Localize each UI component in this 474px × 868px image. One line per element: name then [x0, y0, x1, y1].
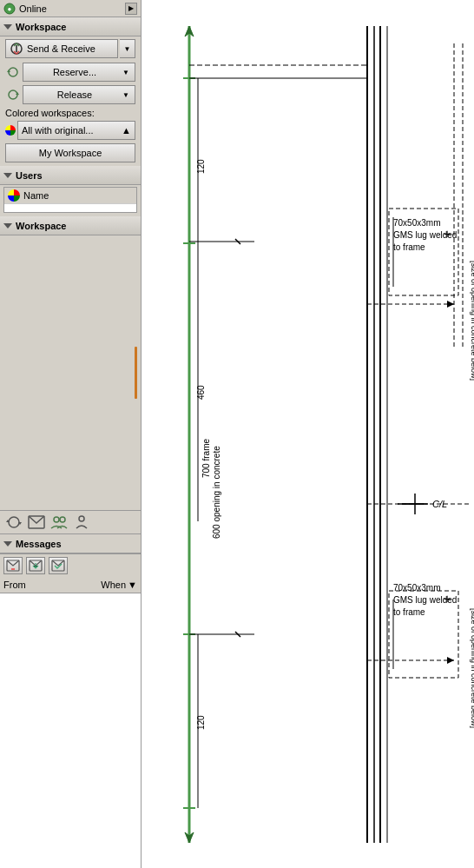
release-dropdown-icon: ▼	[122, 91, 131, 99]
message-inbox-icon[interactable]	[26, 557, 45, 574]
svg-marker-33	[447, 301, 454, 308]
messages-content	[0, 593, 141, 868]
svg-text:70x50x3mm: 70x50x3mm	[393, 583, 440, 593]
release-button[interactable]: Release ▼	[23, 85, 135, 104]
release-label: Release	[27, 89, 122, 100]
colored-workspaces-row: All with original... ▲	[0, 119, 141, 142]
messages-table-header: From When ▼	[0, 576, 141, 593]
send-receive-icon	[10, 42, 23, 56]
svg-text:460: 460	[196, 385, 206, 400]
reserve-sync-icon-wrapper	[5, 64, 21, 80]
release-sync-icon-wrapper	[5, 87, 21, 103]
svg-text:to frame: to frame	[393, 607, 425, 617]
send-receive-label: Send & Receive	[27, 43, 95, 54]
svg-text:+: +	[444, 227, 451, 241]
svg-text:120: 120	[196, 159, 206, 174]
reserve-label: Reserve...	[27, 67, 122, 77]
drawing-area: 120 70x50x3mm GMS lug welded to frame + …	[142, 0, 474, 868]
messages-header-label: Messages	[16, 539, 62, 549]
reserve-dropdown-icon: ▼	[122, 69, 131, 76]
online-label: Online	[19, 3, 125, 14]
workspace-collapse-icon	[3, 24, 12, 30]
users-section-header[interactable]: Users	[0, 166, 141, 185]
reserve-row: Reserve... ▼	[0, 61, 141, 83]
svg-text:700 frame: 700 frame	[201, 439, 211, 478]
refresh-icon[interactable]	[5, 514, 23, 531]
svg-text:to frame: to frame	[393, 242, 425, 252]
my-workspace-row: My Workspace	[0, 142, 141, 164]
envelope-icon[interactable]	[28, 514, 45, 531]
message-check-icon[interactable]	[49, 557, 68, 574]
color-circle-icon	[5, 125, 16, 136]
messages-from-column: From	[3, 580, 101, 590]
colored-workspaces-label: Colored workspaces:	[0, 106, 141, 119]
messages-when-column[interactable]: When ▼	[101, 580, 137, 590]
left-panel: ● Online ▶ Workspace Send & Receive ▼	[0, 0, 142, 868]
workspace2-header-label: Workspace	[16, 221, 67, 231]
person-icon[interactable]	[73, 514, 90, 531]
reserve-button[interactable]: Reserve... ▼	[23, 63, 135, 82]
svg-marker-50	[447, 657, 454, 664]
svg-point-9	[54, 517, 59, 522]
colored-workspaces-select[interactable]: All with original... ▲	[17, 121, 135, 140]
users-collapse-icon	[3, 173, 12, 178]
svg-text:C/L: C/L	[432, 499, 447, 509]
when-sort-icon: ▼	[128, 580, 137, 590]
online-icon: ●	[3, 3, 16, 15]
release-icon	[6, 88, 20, 102]
svg-rect-3	[16, 45, 17, 52]
workspace-section-header[interactable]: Workspace	[0, 17, 141, 36]
svg-point-10	[60, 517, 65, 522]
reserve-icon	[6, 65, 20, 79]
messages-collapse-icon	[3, 541, 12, 547]
online-expand-btn[interactable]: ▶	[125, 3, 137, 15]
svg-text:70x50x3mm: 70x50x3mm	[393, 218, 440, 228]
my-workspace-button[interactable]: My Workspace	[5, 143, 135, 162]
workspace-spacer	[0, 235, 141, 510]
users-icon[interactable]	[50, 514, 68, 531]
workspace-header-label: Workspace	[16, 22, 67, 32]
svg-text:[size of opening in concrete b: [size of opening in concrete below]	[470, 608, 474, 728]
svg-text:+: +	[444, 592, 451, 606]
users-color-icon	[8, 189, 20, 202]
users-list: Name	[3, 187, 137, 213]
users-name-column: Name	[23, 190, 49, 201]
svg-text:120: 120	[196, 715, 206, 730]
colored-workspaces-dropdown-icon: ▲	[122, 125, 131, 136]
online-bar[interactable]: ● Online ▶	[0, 0, 141, 17]
svg-text:[size of opening in concrete b: [size of opening in concrete below]	[470, 261, 474, 381]
send-receive-row: Send & Receive ▼	[0, 36, 141, 61]
message-send-icon[interactable]	[3, 557, 23, 574]
users-list-header: Name	[4, 188, 136, 204]
svg-text:600 opening in concrete: 600 opening in concrete	[212, 446, 221, 539]
workspace2-section-header[interactable]: Workspace	[0, 216, 141, 235]
release-row: Release ▼	[0, 83, 141, 106]
svg-point-11	[79, 516, 84, 521]
colored-workspaces-value: All with original...	[22, 125, 94, 136]
drawing-svg: 120 70x50x3mm GMS lug welded to frame + …	[142, 0, 474, 868]
color-indicator	[135, 347, 137, 399]
messages-icons-row	[0, 553, 141, 576]
svg-text:●: ●	[8, 5, 12, 13]
users-header-label: Users	[16, 170, 43, 181]
chevron-down-icon: ▼	[124, 45, 131, 53]
send-receive-button[interactable]: Send & Receive	[5, 39, 118, 58]
workspace2-collapse-icon	[3, 223, 12, 229]
send-receive-dropdown[interactable]: ▼	[120, 39, 135, 58]
bottom-icons-row	[0, 510, 141, 534]
messages-section-header[interactable]: Messages	[0, 534, 141, 553]
